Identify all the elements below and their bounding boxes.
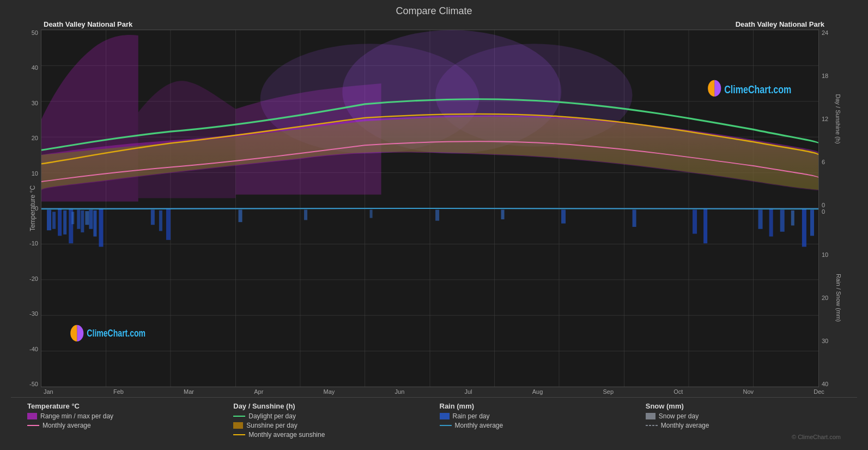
legend-area: Temperature °C Range min / max per day M… [11,397,857,445]
svg-rect-66 [646,413,655,419]
legend-daylight-label: Daylight per day [248,412,296,420]
snow-monthly-line-icon [646,424,658,427]
svg-rect-59 [27,413,37,419]
legend-rain-per-day-label: Rain per day [453,412,490,420]
svg-text:ClimeChart.com: ClimeChart.com [724,83,791,95]
legend-snow-title: Snow (mm) [646,402,841,410]
svg-rect-45 [693,210,697,234]
legend-temp-title: Temperature °C [27,402,222,410]
svg-rect-34 [99,209,103,247]
legend-snow-monthly-label: Monthly average [661,422,709,429]
legend-range-item: Range min / max per day [27,412,222,420]
svg-rect-52 [810,210,814,236]
legend-snow-section: Snow (mm) Snow per day Monthly average ©… [646,402,841,440]
y-left-label: Temperature °C [29,185,37,231]
svg-rect-43 [561,210,566,224]
legend-monthly-sunshine-label: Monthly average sunshine [248,431,325,439]
svg-rect-29 [63,211,66,235]
svg-rect-47 [758,210,763,229]
copyright-label: © ClimeChart.com [792,434,841,440]
y-right-sunshine-label: Day / Sunshine (h) [834,94,841,143]
y-axis-right: 24 18 12 6 0 Day / Sunshine (h) 0 10 20 … [819,29,857,387]
right-location-label: Death Valley National Park [736,20,824,28]
svg-rect-36 [159,211,162,231]
svg-rect-33 [93,211,96,237]
svg-rect-27 [52,212,56,229]
legend-monthly-sunshine-item: Monthly average sunshine [233,431,428,439]
svg-rect-35 [151,210,155,225]
svg-rect-46 [703,209,707,243]
svg-rect-62 [233,422,243,429]
legend-sunshine-title: Day / Sunshine (h) [233,402,428,410]
legend-monthly-avg-label: Monthly average [43,422,91,429]
snow-swatch-icon [646,413,655,419]
legend-rain-monthly-item: Monthly average [440,422,635,429]
svg-rect-48 [769,209,773,236]
svg-rect-31 [77,210,80,229]
legend-snow-per-day-item: Snow per day [646,412,841,420]
page-title: Compare Climate [11,5,857,17]
svg-rect-55 [89,210,93,229]
legend-rain-section: Rain (mm) Rain per day Monthly average [440,402,635,440]
legend-sunshine-per-day-item: Sunshine per day [233,422,428,429]
legend-rain-per-day-item: Rain per day [440,412,635,420]
svg-rect-32 [85,211,89,225]
legend-rain-monthly-label: Monthly average [455,422,503,429]
rain-monthly-line-icon [440,424,452,427]
svg-rect-26 [47,210,51,231]
left-location-label: Death Valley National Park [44,20,132,28]
legend-sunshine-per-day-label: Sunshine per day [246,422,297,429]
svg-rect-53 [71,212,74,224]
rain-swatch-icon [440,413,450,419]
x-axis-row: Jan Feb Mar Apr May Jun Jul Aug Sep Oct … [11,388,857,395]
legend-sunshine-section: Day / Sunshine (h) Daylight per day Suns… [233,402,428,440]
page-container: Compare Climate Death Valley National Pa… [0,0,868,450]
sunshine-swatch-icon [233,422,243,429]
legend-snow-monthly-item: Monthly average [646,422,841,429]
legend-snow-per-day-label: Snow per day [659,412,699,420]
svg-rect-41 [435,210,439,221]
monthly-avg-line-icon [27,424,39,427]
monthly-sunshine-line-icon [233,434,245,436]
svg-rect-50 [791,211,794,226]
svg-rect-40 [370,210,373,218]
y-right-rain-label: Rain / Snow (mm) [835,274,842,322]
legend-range-label: Range min / max per day [40,412,113,420]
daylight-line-icon [233,415,245,417]
y-axis-left: Temperature °C 50 40 30 20 10 0 -10 -20 … [11,29,41,387]
svg-rect-42 [501,210,505,220]
range-swatch-icon [27,413,37,419]
legend-rain-title: Rain (mm) [440,402,635,410]
legend-temperature-section: Temperature °C Range min / max per day M… [27,402,222,440]
svg-rect-37 [166,209,171,240]
svg-rect-28 [58,208,62,236]
svg-rect-49 [780,210,785,232]
svg-rect-38 [239,210,242,223]
legend-daylight-item: Daylight per day [233,412,428,420]
svg-text:ClimeChart.com: ClimeChart.com [87,328,145,339]
legend-monthly-avg-item: Monthly average [27,422,222,429]
svg-rect-39 [304,210,307,220]
svg-rect-54 [81,211,84,232]
chart-main: ClimeChart.com ClimeChart.com [41,29,819,387]
svg-rect-51 [802,209,806,247]
svg-rect-64 [440,413,450,419]
svg-rect-44 [633,210,636,227]
chart-top-labels: Death Valley National Park Death Valley … [11,20,857,28]
